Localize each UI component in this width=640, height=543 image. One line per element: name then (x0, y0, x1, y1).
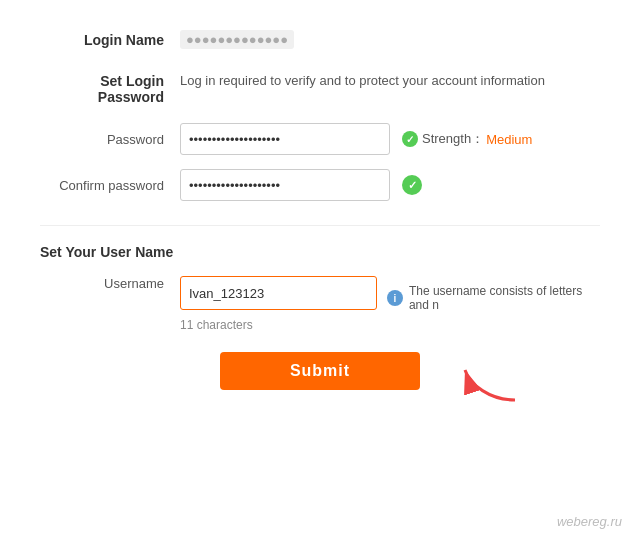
username-section-title-row: Set Your User Name (40, 244, 600, 260)
confirm-check (402, 175, 422, 195)
strength-check-icon (402, 131, 418, 147)
login-name-label: Login Name (40, 32, 180, 48)
char-count: 11 characters (180, 318, 600, 332)
main-container: Login Name ●●●●●●●●●●●●● Set Login Passw… (0, 0, 640, 543)
password-input[interactable] (180, 123, 390, 155)
password-section-label: Set Login Password (40, 71, 180, 105)
password-label: Password (40, 132, 180, 147)
username-label: Username (40, 276, 180, 291)
login-name-section: Login Name ●●●●●●●●●●●●● (40, 30, 600, 49)
submit-row: Submit (40, 352, 600, 390)
confirm-password-input[interactable] (180, 169, 390, 201)
strength-indicator: Strength： Medium (402, 130, 532, 148)
username-hint-text: The username consists of letters and n (409, 284, 600, 312)
password-section: Set Login Password Log in required to ve… (40, 71, 600, 201)
confirm-password-label: Confirm password (40, 178, 180, 193)
password-row: Password Strength： Medium (40, 123, 600, 155)
watermark: webereg.ru (557, 514, 622, 529)
arrow-icon (460, 365, 520, 408)
username-field-row: Username i The username consists of lett… (40, 276, 600, 312)
confirm-password-row: Confirm password (40, 169, 600, 201)
strength-value: Medium (486, 132, 532, 147)
submit-button[interactable]: Submit (220, 352, 420, 390)
username-hint: i The username consists of letters and n (387, 276, 600, 312)
divider (40, 225, 600, 226)
password-section-header: Set Login Password Log in required to ve… (40, 71, 600, 105)
username-section-title: Set Your User Name (40, 244, 173, 260)
confirm-check-icon (402, 175, 422, 195)
strength-label: Strength： (422, 130, 484, 148)
login-name-value: ●●●●●●●●●●●●● (180, 30, 294, 49)
username-section: Set Your User Name Username i The userna… (40, 244, 600, 332)
username-input[interactable] (180, 276, 377, 310)
password-section-desc: Log in required to verify and to protect… (180, 71, 600, 91)
info-icon: i (387, 290, 403, 306)
